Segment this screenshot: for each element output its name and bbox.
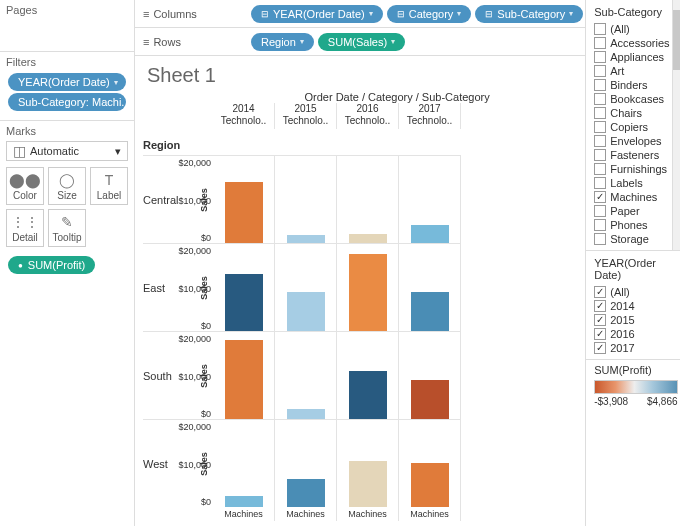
marks-card-color[interactable]: ⬤⬤Color [6,167,44,205]
checkbox[interactable] [594,93,606,105]
chart-cell[interactable] [275,419,337,507]
chart-cell[interactable] [337,243,399,331]
bar[interactable] [349,234,387,243]
chart-cell[interactable] [399,243,461,331]
bar[interactable] [225,274,263,331]
chart-cell[interactable] [399,331,461,419]
subcat-row-9[interactable]: Fasteners [594,148,669,162]
subcat-row-0[interactable]: (All) [594,22,669,36]
bar[interactable] [225,182,263,243]
bar[interactable] [225,496,263,507]
checkbox[interactable]: ✓ [594,300,606,312]
bar[interactable] [411,380,449,419]
columns-pill-1[interactable]: Category [387,5,472,23]
bar[interactable] [411,292,449,331]
chart-cell[interactable] [337,331,399,419]
chart-cell[interactable]: $20,000$10,000$0 [213,331,275,419]
checkbox[interactable] [594,37,606,49]
bar[interactable] [411,463,449,507]
subcat-row-12[interactable]: ✓Machines [594,190,669,204]
rows-pill-0[interactable]: Region [251,33,314,51]
check-label: Chairs [610,107,642,119]
checkbox[interactable] [594,135,606,147]
year-row-0[interactable]: ✓(All) [594,285,680,299]
marks-card-tooltip[interactable]: ✎Tooltip [48,209,86,247]
marks-type-dropdown[interactable]: ◫Automatic ▾ [6,141,128,161]
subcat-row-10[interactable]: Furnishings [594,162,669,176]
checkbox[interactable] [594,23,606,35]
checkbox[interactable]: ✓ [594,328,606,340]
checkbox[interactable] [594,65,606,77]
check-label: Appliances [610,51,664,63]
subcat-row-6[interactable]: Chairs [594,106,669,120]
chart-cell[interactable] [337,155,399,243]
bar[interactable] [287,479,325,507]
marks-card-label[interactable]: TLabel [90,167,128,205]
color-gradient[interactable] [594,380,677,394]
subcategory-foot-label: Machines [275,507,337,521]
subcat-row-2[interactable]: Appliances [594,50,669,64]
checkbox[interactable] [594,79,606,91]
filter-pill-0[interactable]: YEAR(Order Date) [8,73,126,91]
col-header-2016: 2016Technolo.. [337,103,399,129]
checkbox[interactable] [594,107,606,119]
checkbox[interactable]: ✓ [594,314,606,326]
bar[interactable] [225,340,263,419]
check-label: Labels [610,177,642,189]
subcat-row-4[interactable]: Binders [594,78,669,92]
chart-cell[interactable] [399,155,461,243]
subcat-row-13[interactable]: Paper [594,204,669,218]
marks-card-size[interactable]: ◯Size [48,167,86,205]
year-row-1[interactable]: ✓2014 [594,299,680,313]
chart-cell[interactable]: $20,000$10,000$0 [213,155,275,243]
bar[interactable] [287,409,325,419]
rows-pill-1[interactable]: SUM(Sales) [318,33,405,51]
filter-pill-1[interactable]: Sub-Category: Machi.. [8,93,126,111]
subcat-row-3[interactable]: Art [594,64,669,78]
checkbox[interactable] [594,149,606,161]
marks-pill-profit[interactable]: SUM(Profit) [8,256,95,274]
bar[interactable] [349,254,387,331]
checkbox[interactable]: ✓ [594,342,606,354]
checkbox[interactable] [594,205,606,217]
chart-cell[interactable] [275,155,337,243]
sheet-title[interactable]: Sheet 1 [147,64,581,87]
checkbox[interactable] [594,177,606,189]
legend-min: -$3,908 [594,396,628,407]
columns-pill-0[interactable]: YEAR(Order Date) [251,5,383,23]
chart-cell[interactable] [275,331,337,419]
checkbox[interactable] [594,219,606,231]
checkbox[interactable] [594,51,606,63]
checkbox[interactable] [594,121,606,133]
pages-header: Pages [6,4,128,16]
bar[interactable] [411,225,449,243]
checkbox[interactable] [594,233,606,245]
subcat-row-14[interactable]: Phones [594,218,669,232]
subcat-row-1[interactable]: Accessories [594,36,669,50]
subcat-row-15[interactable]: Storage [594,232,669,246]
bar[interactable] [349,461,387,507]
chart-cell[interactable]: $20,000$10,000$0 [213,419,275,507]
bar[interactable] [287,235,325,243]
chart-cell[interactable] [275,243,337,331]
automatic-icon: ◫ [13,143,26,159]
checkbox[interactable]: ✓ [594,191,606,203]
chart-cell[interactable] [399,419,461,507]
checkbox[interactable]: ✓ [594,286,606,298]
subcategory-scrollbar[interactable] [672,0,680,250]
bar[interactable] [349,371,387,419]
subcat-row-8[interactable]: Envelopes [594,134,669,148]
region-header: Region [143,103,195,155]
year-row-4[interactable]: ✓2017 [594,341,680,355]
chart-cell[interactable] [337,419,399,507]
subcat-row-7[interactable]: Copiers [594,120,669,134]
subcat-row-11[interactable]: Labels [594,176,669,190]
checkbox[interactable] [594,163,606,175]
chart-cell[interactable]: $20,000$10,000$0 [213,243,275,331]
bar[interactable] [287,292,325,331]
marks-card-detail[interactable]: ⋮⋮Detail [6,209,44,247]
subcat-row-5[interactable]: Bookcases [594,92,669,106]
year-row-2[interactable]: ✓2015 [594,313,680,327]
columns-pill-2[interactable]: Sub-Category [475,5,583,23]
year-row-3[interactable]: ✓2016 [594,327,680,341]
